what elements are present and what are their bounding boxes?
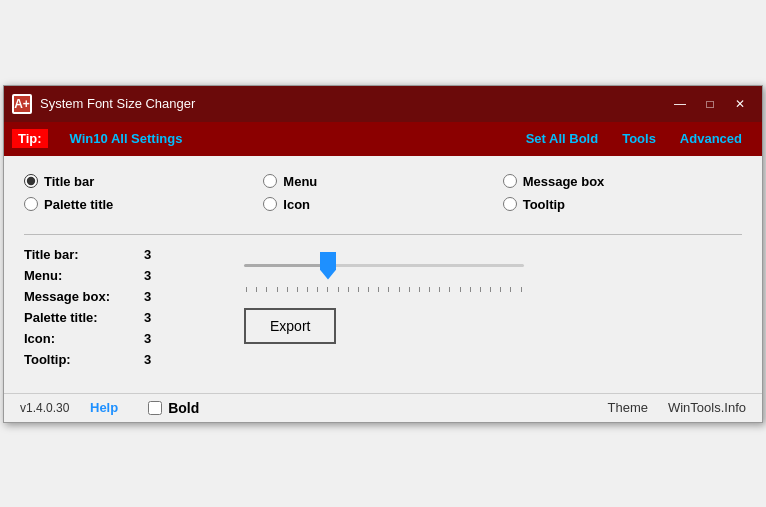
app-icon: A+ — [12, 94, 32, 114]
tick — [317, 287, 318, 292]
font-size-list: Title bar: 3 Menu: 3 Message box: 3 Pale… — [24, 247, 224, 373]
window-title: System Font Size Changer — [40, 96, 666, 111]
tick — [348, 287, 349, 292]
radio-titlebar[interactable] — [24, 174, 38, 188]
font-row-messagebox: Message box: 3 — [24, 289, 224, 304]
radio-section: Title bar Menu Message box Palette title… — [24, 168, 742, 218]
slider-thumb — [320, 252, 336, 280]
status-bar: v1.4.0.30 Help Bold Theme WinTools.Info — [4, 393, 762, 422]
tick — [500, 287, 501, 292]
slider-container — [244, 251, 742, 292]
radio-palette-label: Palette title — [44, 197, 113, 212]
tick — [480, 287, 481, 292]
tick — [266, 287, 267, 292]
menu-tools[interactable]: Tools — [610, 127, 668, 150]
tick — [327, 287, 328, 292]
font-label-menu: Menu: — [24, 268, 144, 283]
font-value-menu: 3 — [144, 268, 174, 283]
radio-icon-label: Icon — [283, 197, 310, 212]
bold-checkbox[interactable] — [148, 401, 162, 415]
radio-menu-label: Menu — [283, 174, 317, 189]
menu-bar: Tip: Win10 All Settings Set All Bold Too… — [4, 122, 762, 156]
radio-item-menu: Menu — [263, 174, 502, 189]
minimize-button[interactable]: — — [666, 93, 694, 115]
radio-tooltip-label: Tooltip — [523, 197, 565, 212]
font-value-tooltip: 3 — [144, 352, 174, 367]
tick — [246, 287, 247, 292]
font-label-tooltip: Tooltip: — [24, 352, 144, 367]
theme-label[interactable]: Theme — [607, 400, 647, 415]
bold-section: Bold — [148, 400, 199, 416]
tick — [470, 287, 471, 292]
right-panel: Export — [244, 247, 742, 373]
tick — [460, 287, 461, 292]
font-value-icon: 3 — [144, 331, 174, 346]
tick — [490, 287, 491, 292]
tick — [521, 287, 522, 292]
tick — [449, 287, 450, 292]
slider-track — [244, 251, 524, 281]
font-value-titlebar: 3 — [144, 247, 174, 262]
tick — [399, 287, 400, 292]
radio-item-tooltip: Tooltip — [503, 197, 742, 212]
radio-messagebox[interactable] — [503, 174, 517, 188]
section-divider — [24, 234, 742, 235]
radio-item-icon: Icon — [263, 197, 502, 212]
radio-tooltip[interactable] — [503, 197, 517, 211]
radio-messagebox-label: Message box — [523, 174, 605, 189]
tip-badge: Tip: — [12, 129, 48, 148]
font-label-palette: Palette title: — [24, 310, 144, 325]
tick — [297, 287, 298, 292]
bold-label: Bold — [168, 400, 199, 416]
slider-ticks — [244, 287, 524, 292]
font-row-palette: Palette title: 3 — [24, 310, 224, 325]
radio-icon[interactable] — [263, 197, 277, 211]
menu-advanced[interactable]: Advanced — [668, 127, 754, 150]
slider-line — [244, 264, 524, 267]
tick — [358, 287, 359, 292]
tick — [429, 287, 430, 292]
tick — [388, 287, 389, 292]
menu-win10-settings[interactable]: Win10 All Settings — [58, 127, 195, 150]
content-area: Title bar Menu Message box Palette title… — [4, 156, 762, 383]
tick — [277, 287, 278, 292]
window-controls: — □ ✕ — [666, 93, 754, 115]
tick — [510, 287, 511, 292]
tick — [439, 287, 440, 292]
wintools-label: WinTools.Info — [668, 400, 746, 415]
title-bar: A+ System Font Size Changer — □ ✕ — [4, 86, 762, 122]
font-label-messagebox: Message box: — [24, 289, 144, 304]
tick — [338, 287, 339, 292]
font-value-messagebox: 3 — [144, 289, 174, 304]
font-row-icon: Icon: 3 — [24, 331, 224, 346]
tick — [378, 287, 379, 292]
font-row-menu: Menu: 3 — [24, 268, 224, 283]
tick — [368, 287, 369, 292]
font-row-titlebar: Title bar: 3 — [24, 247, 224, 262]
tick — [307, 287, 308, 292]
close-button[interactable]: ✕ — [726, 93, 754, 115]
radio-menu[interactable] — [263, 174, 277, 188]
tick — [256, 287, 257, 292]
font-value-palette: 3 — [144, 310, 174, 325]
radio-titlebar-label: Title bar — [44, 174, 94, 189]
tick — [409, 287, 410, 292]
font-label-titlebar: Title bar: — [24, 247, 144, 262]
radio-item-titlebar: Title bar — [24, 174, 263, 189]
font-label-icon: Icon: — [24, 331, 144, 346]
font-row-tooltip: Tooltip: 3 — [24, 352, 224, 367]
main-area: Title bar: 3 Menu: 3 Message box: 3 Pale… — [24, 247, 742, 373]
maximize-button[interactable]: □ — [696, 93, 724, 115]
tick — [287, 287, 288, 292]
version-label: v1.4.0.30 — [20, 401, 90, 415]
export-button[interactable]: Export — [244, 308, 336, 344]
help-link[interactable]: Help — [90, 400, 118, 415]
tick — [419, 287, 420, 292]
radio-item-messagebox: Message box — [503, 174, 742, 189]
radio-item-palette: Palette title — [24, 197, 263, 212]
menu-set-all-bold[interactable]: Set All Bold — [514, 127, 610, 150]
radio-palette[interactable] — [24, 197, 38, 211]
main-window: A+ System Font Size Changer — □ ✕ Tip: W… — [3, 85, 763, 423]
